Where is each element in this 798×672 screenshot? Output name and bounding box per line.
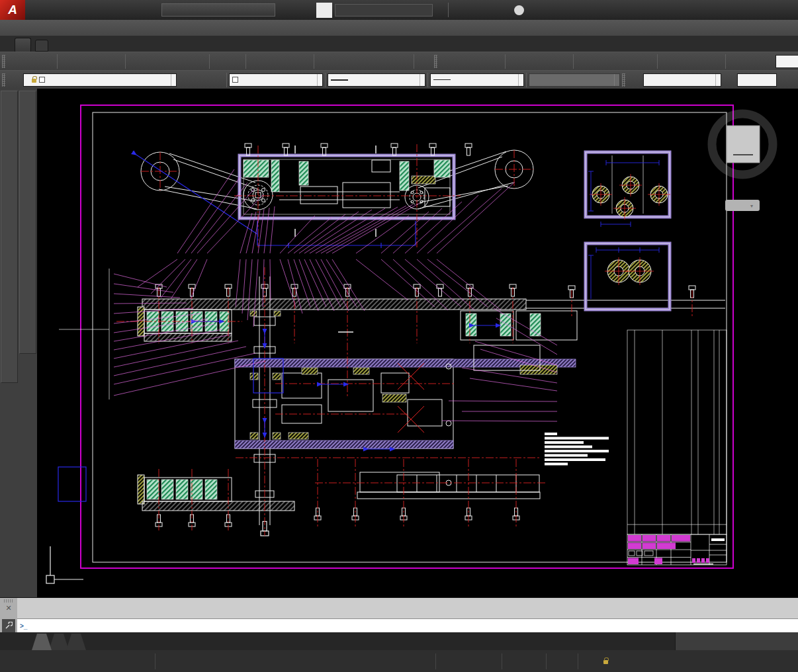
polyline-icon[interactable] [1, 120, 17, 135]
file-tab-active[interactable] [15, 38, 31, 52]
stretch-icon[interactable] [20, 208, 36, 222]
main-section-view[interactable] [58, 267, 725, 536]
toolbar-grip[interactable] [2, 73, 5, 87]
app-logo[interactable]: A [0, 0, 25, 20]
new-layout-button[interactable] [83, 632, 98, 650]
object-snap-icon[interactable] [232, 653, 249, 670]
rectangle-icon[interactable] [1, 149, 17, 164]
hatch-icon[interactable] [1, 295, 17, 310]
join-icon[interactable] [20, 280, 36, 295]
ellipse-icon[interactable] [1, 222, 17, 237]
offset-icon[interactable] [20, 135, 36, 149]
save-icon[interactable] [39, 54, 55, 69]
command-grip[interactable] [4, 599, 13, 603]
menu-dimension[interactable] [140, 20, 157, 36]
grid-display-icon[interactable] [130, 653, 147, 670]
quick-properties-icon[interactable] [330, 653, 347, 670]
coordinate-readout[interactable] [675, 632, 798, 650]
spline-icon[interactable] [1, 208, 17, 222]
lineweight-dropdown[interactable] [328, 73, 425, 87]
paste-icon[interactable] [159, 54, 175, 69]
workspace-dropdown[interactable] [161, 3, 275, 17]
dim-diameter-icon[interactable] [539, 54, 555, 69]
close-button[interactable] [576, 3, 594, 17]
toolbar-grip[interactable] [2, 55, 5, 68]
top-assembly-view[interactable] [136, 144, 533, 248]
plot-icon[interactable] [60, 54, 75, 69]
circle-icon[interactable] [1, 179, 17, 193]
hardware-acceleration-icon[interactable] [655, 653, 672, 670]
exchange-apps-icon[interactable] [477, 2, 493, 18]
break-at-point-icon[interactable] [20, 251, 36, 266]
dim-ordinate-icon[interactable] [487, 54, 503, 69]
customization-menu-icon[interactable] [689, 653, 706, 670]
layer-properties-icon[interactable] [7, 72, 23, 88]
menu-parametric[interactable] [175, 20, 192, 36]
arc-icon[interactable] [1, 164, 17, 179]
layer-lock-icon[interactable] [32, 79, 36, 83]
dim-inspect-icon[interactable] [691, 54, 707, 69]
zoom-realtime-icon[interactable] [264, 54, 280, 69]
units-ruler-icon[interactable] [549, 653, 565, 670]
dim-space-icon[interactable] [623, 54, 639, 69]
qnew-icon[interactable] [33, 3, 48, 17]
point-style-icon[interactable] [1, 368, 17, 382]
markup-icon[interactable] [380, 54, 396, 69]
layer-dropdown[interactable] [23, 73, 177, 87]
copy-icon[interactable] [20, 106, 36, 120]
dim-break-icon[interactable] [639, 54, 655, 69]
construction-line-icon[interactable] [1, 106, 17, 120]
undo-icon[interactable] [212, 54, 228, 69]
dim-update-icon[interactable] [760, 54, 776, 69]
search-input[interactable] [335, 6, 432, 14]
chamfer-icon[interactable] [20, 295, 36, 310]
minimize-button[interactable] [539, 3, 557, 17]
redo-icon[interactable] [228, 54, 244, 69]
menu-draw[interactable] [123, 20, 140, 36]
cut-icon[interactable] [128, 54, 144, 69]
dim-arc-length-icon[interactable] [471, 54, 487, 69]
saveas-icon[interactable] [81, 3, 95, 17]
selection-cycling-icon[interactable] [347, 653, 364, 670]
sheet-set-icon[interactable] [364, 54, 380, 69]
menu-view[interactable] [54, 20, 71, 36]
plot-preview-icon[interactable] [75, 54, 91, 69]
ellipse-arc-icon[interactable] [1, 237, 17, 251]
revcloud-icon[interactable] [1, 193, 17, 208]
make-block-icon[interactable] [1, 266, 17, 280]
save-icon[interactable] [65, 3, 79, 17]
bom-table[interactable] [627, 330, 727, 534]
array-icon[interactable] [20, 149, 36, 164]
isolate-objects-icon[interactable] [621, 653, 637, 670]
lock-ui-icon[interactable] [598, 653, 614, 670]
quick-calc-icon[interactable] [396, 54, 412, 69]
tool-palettes-icon[interactable] [348, 54, 364, 69]
mtext-icon[interactable] [1, 353, 17, 368]
object-snap-tracking-icon[interactable] [255, 653, 272, 670]
publish-icon[interactable] [91, 54, 107, 69]
menu-format[interactable] [89, 20, 106, 36]
section-view-bb[interactable] [586, 152, 670, 227]
menu-insert[interactable] [71, 20, 89, 36]
command-input-row[interactable]: >_ [17, 618, 798, 632]
viewcube[interactable] [712, 114, 773, 175]
new-icon[interactable] [7, 54, 23, 69]
snap-mode-icon[interactable] [113, 653, 130, 670]
dim-continue-icon[interactable] [607, 54, 623, 69]
isolate-mode-icon[interactable] [411, 653, 427, 670]
menu-edit[interactable] [37, 20, 54, 36]
viewcube-top-face[interactable] [727, 126, 760, 163]
dynamic-input-icon[interactable] [273, 653, 289, 670]
command-close-icon[interactable]: ✕ [5, 604, 11, 612]
dim-angular-icon[interactable] [555, 54, 571, 69]
blend-icon[interactable] [20, 324, 36, 339]
properties-icon[interactable] [316, 54, 332, 69]
menu-tools[interactable] [106, 20, 123, 36]
lineweight-display-icon[interactable] [296, 653, 312, 670]
wcs-control[interactable]: ▾ [725, 200, 760, 211]
text-style-dropdown[interactable] [643, 73, 721, 87]
zoom-previous-icon[interactable] [296, 54, 312, 69]
model-space-canvas[interactable]: ▾ [37, 89, 798, 597]
command-customize-wrench-icon[interactable] [2, 619, 15, 632]
tab-model[interactable] [32, 634, 52, 650]
